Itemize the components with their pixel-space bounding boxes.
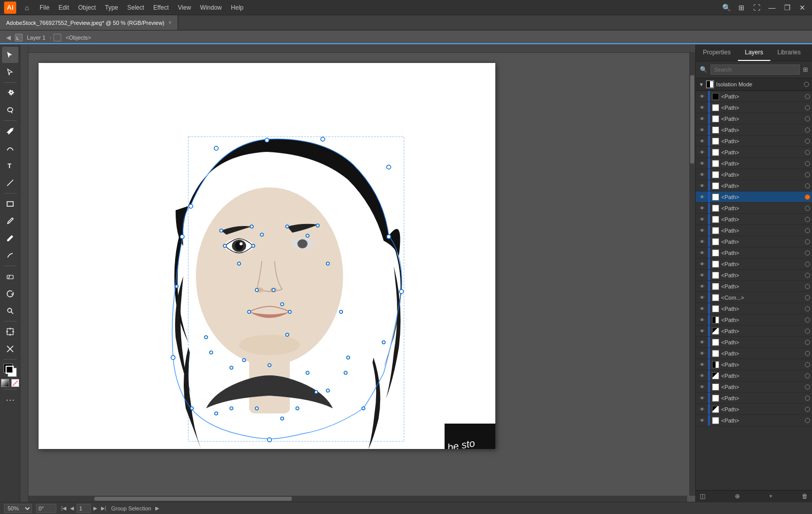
color-squares[interactable] (4, 364, 17, 377)
layer-visibility-icon[interactable]: 👁 (698, 271, 706, 279)
layer-row[interactable]: 👁<Path> (696, 314, 812, 326)
layer-row[interactable]: 👁<Path> (696, 203, 812, 214)
gradient-icon[interactable] (1, 379, 9, 387)
layer-target-circle[interactable] (805, 351, 810, 356)
layer-visibility-icon[interactable]: 👁 (698, 338, 706, 346)
canvas-area[interactable]: be sto (20, 45, 695, 502)
layer-target-circle[interactable] (805, 172, 810, 177)
layer-row[interactable]: 👁<Path> (696, 270, 812, 281)
menu-object[interactable]: Object (74, 2, 100, 13)
layer-visibility-icon[interactable]: 👁 (698, 171, 706, 179)
menu-file[interactable]: File (36, 2, 53, 13)
tab-libraries[interactable]: Libraries (770, 45, 808, 61)
shaper-tool[interactable] (2, 247, 18, 264)
arrange-windows-icon[interactable]: ⊞ (736, 2, 747, 13)
layer-target-circle[interactable] (805, 262, 810, 267)
layer-target-circle[interactable] (805, 295, 810, 300)
layer-visibility-icon[interactable]: 👁 (698, 316, 706, 324)
layer-row[interactable]: 👁<Path> (696, 404, 812, 415)
layer-visibility-icon[interactable]: 👁 (698, 215, 706, 223)
layer-row[interactable]: 👁<Path> (696, 303, 812, 314)
layer-row[interactable]: 👁<Path> (696, 370, 812, 381)
zoom-select[interactable]: 50% 25% 75% 100% (4, 504, 32, 513)
eraser-tool[interactable] (2, 268, 18, 284)
pencil-tool[interactable] (2, 230, 18, 246)
horizontal-scrollbar[interactable] (28, 496, 687, 502)
layer-visibility-icon[interactable]: 👁 (698, 126, 706, 134)
layer-visibility-icon[interactable]: 👁 (698, 249, 706, 257)
filter-icon[interactable]: ⊞ (803, 66, 808, 73)
type-tool[interactable]: T (2, 157, 18, 174)
menu-type[interactable]: Type (101, 2, 122, 13)
layer-target-circle[interactable] (805, 183, 810, 188)
layer-visibility-icon[interactable]: 👁 (698, 294, 706, 302)
layer-row[interactable]: 👁<Path> (696, 113, 812, 124)
layer-visibility-icon[interactable]: 👁 (698, 148, 706, 156)
restore-icon[interactable]: ❐ (782, 2, 793, 13)
layer-row[interactable]: 👁<Path> (696, 326, 812, 337)
layer-row[interactable]: 👁<Path> (696, 147, 812, 158)
layer-row[interactable]: 👁<Path> (696, 359, 812, 370)
layer-visibility-icon[interactable]: 👁 (698, 104, 706, 112)
layer-visibility-icon[interactable]: 👁 (698, 92, 706, 101)
breadcrumb-objects[interactable]: <Objects> (63, 34, 93, 42)
selection-tool[interactable] (2, 47, 18, 63)
layer-target-circle[interactable] (805, 373, 810, 378)
next-artboard-end[interactable]: ▶| (100, 505, 107, 512)
layer-row[interactable]: 👁<Path> (696, 247, 812, 259)
collapse-arrow[interactable]: ▼ (699, 82, 704, 87)
menu-effect[interactable]: Effect (149, 2, 173, 13)
paintbrush-tool[interactable] (2, 213, 18, 229)
layer-visibility-icon[interactable]: 👁 (698, 182, 706, 190)
layer-row[interactable]: 👁<Path> (696, 91, 812, 102)
layer-target-circle[interactable] (805, 384, 810, 390)
zoom-tool[interactable] (2, 303, 18, 319)
rectangle-tool[interactable] (2, 196, 18, 212)
layer-target-circle[interactable] (805, 228, 810, 233)
search-icon[interactable]: 🔍 (721, 2, 732, 13)
layer-row[interactable]: 👁<Path> (696, 281, 812, 292)
new-layer-icon[interactable]: + (769, 493, 772, 500)
lasso-tool[interactable] (2, 102, 18, 118)
menu-edit[interactable]: Edit (54, 2, 73, 13)
menu-view[interactable]: View (174, 2, 195, 13)
delete-layer-icon[interactable]: 🗑 (802, 493, 808, 500)
layer-row[interactable]: 👁<Path> (696, 415, 812, 426)
layer-visibility-icon[interactable]: 👁 (698, 416, 706, 425)
layer-target-circle[interactable] (805, 127, 810, 133)
layer-target-circle[interactable] (805, 250, 810, 255)
layer-visibility-icon[interactable]: 👁 (698, 394, 706, 402)
layer-row[interactable]: 👁<Path> (696, 225, 812, 236)
breadcrumb-layer[interactable]: Layer 1 (25, 34, 48, 42)
layer-row[interactable]: 👁<Com...> (696, 292, 812, 303)
layer-target-circle[interactable] (805, 418, 810, 423)
layer-row[interactable]: 👁<Path> (696, 381, 812, 393)
menu-window[interactable]: Window (196, 2, 226, 13)
slice-tool[interactable] (2, 341, 18, 357)
layer-visibility-icon[interactable]: 👁 (698, 361, 706, 369)
tab-close-button[interactable]: × (168, 20, 172, 25)
layer-row[interactable]: 👁<Path> (696, 348, 812, 359)
rotation-input[interactable] (36, 504, 56, 513)
magic-wand-tool[interactable] (2, 85, 18, 101)
layer-visibility-icon[interactable]: 👁 (698, 193, 706, 201)
layer-visibility-icon[interactable]: 👁 (698, 204, 706, 212)
layer-row[interactable]: 👁<Path> (696, 259, 812, 270)
layer-target-circle[interactable] (805, 105, 810, 110)
layer-row[interactable]: 👁<Path> (696, 136, 812, 147)
layer-row[interactable]: 👁<Path> (696, 214, 812, 225)
direct-selection-tool[interactable] (2, 64, 18, 80)
more-tools[interactable]: ⋯ (2, 392, 18, 408)
layer-target-circle[interactable] (805, 362, 810, 367)
layer-visibility-icon[interactable]: 👁 (698, 349, 706, 358)
fullscreen-icon[interactable]: ⛶ (751, 2, 762, 13)
layer-target-circle[interactable] (805, 206, 810, 211)
breadcrumb-back-arrow[interactable]: ◀ (4, 33, 13, 42)
layer-target-circle[interactable] (805, 407, 810, 412)
layer-target-circle[interactable] (805, 139, 810, 144)
layer-target-circle[interactable] (805, 273, 810, 278)
layer-target-circle[interactable] (805, 239, 810, 244)
tab-properties[interactable]: Properties (696, 45, 738, 61)
layer-target-circle[interactable] (805, 116, 810, 121)
layer-visibility-icon[interactable]: 👁 (698, 405, 706, 413)
